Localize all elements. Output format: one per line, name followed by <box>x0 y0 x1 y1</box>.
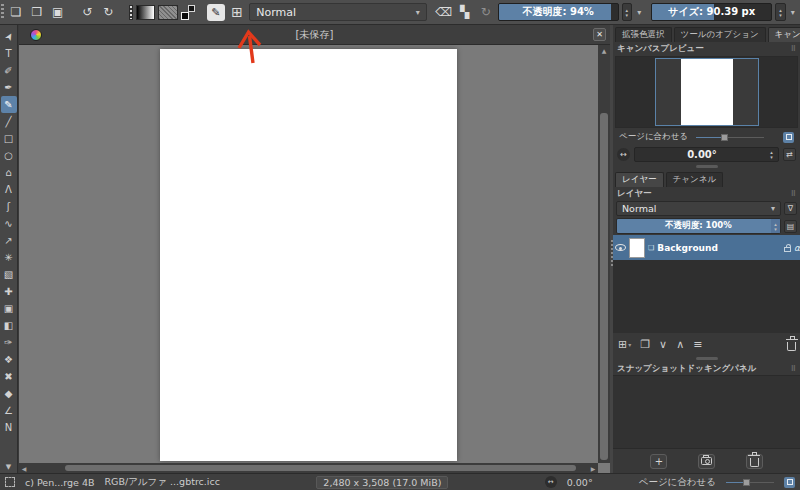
docker-menu-icon[interactable]: ⠿ <box>791 365 796 373</box>
zoom-icon[interactable] <box>784 477 795 488</box>
tool-smart-patch[interactable]: ❖ <box>1 351 17 368</box>
horizontal-scrollbar-thumb[interactable] <box>65 465 576 471</box>
docker-menu-icon[interactable]: ⠿ <box>791 45 796 53</box>
brush-presets-button[interactable]: ⊞ <box>228 2 246 22</box>
new-document-button[interactable]: ❏ <box>7 2 25 22</box>
spin-up-icon[interactable]: ▴ <box>774 222 777 226</box>
tab-tool-options[interactable]: ツールのオプション <box>674 27 766 42</box>
tool-crop[interactable]: ▣ <box>1 300 17 317</box>
docker-menu-icon[interactable]: ⠿ <box>791 190 796 198</box>
tab-layers[interactable]: レイヤー <box>615 172 664 187</box>
tab-channels[interactable]: チャンネル <box>666 172 724 187</box>
fit-page-button[interactable]: ページに合わせる <box>619 131 688 143</box>
layer-alpha-icon[interactable]: α <box>794 243 800 253</box>
tool-polygon[interactable]: ⌂ <box>1 164 17 181</box>
delete-snapshot-button[interactable] <box>746 454 763 469</box>
gradient-strip-icon[interactable] <box>129 5 133 20</box>
scroll-right-icon[interactable]: ▶ <box>588 465 598 472</box>
tool-edit-shapes[interactable]: ✐ <box>1 62 17 79</box>
eraser-toggle[interactable]: ⌫ <box>435 2 453 22</box>
layer-properties-icon[interactable]: ▤ <box>784 220 797 233</box>
layer-blend-mode-select[interactable]: Normal ▾ <box>616 201 781 216</box>
duplicate-layer-button[interactable]: ❐ <box>640 338 650 351</box>
tool-rectangle[interactable]: □ <box>1 130 17 147</box>
layer-lock-icon[interactable] <box>784 247 791 252</box>
tool-bezier-curve[interactable]: ʃ <box>1 198 17 215</box>
swap-colors-button[interactable] <box>181 5 195 20</box>
docker-resize-grip[interactable] <box>696 357 718 360</box>
take-snapshot-button[interactable] <box>698 454 715 469</box>
overview-zoom-slider[interactable] <box>696 133 764 142</box>
scroll-up-icon[interactable]: ▲ <box>598 47 610 54</box>
layer-thumbnail[interactable] <box>629 238 645 258</box>
mirror-canvas-icon[interactable]: ⇄ <box>783 148 796 161</box>
rotation-angle-spinbox[interactable]: 0.00° ▴ ▾ <box>634 147 779 162</box>
canvas-rotation-icon[interactable]: ↔ <box>617 148 630 161</box>
selection-indicator-icon[interactable] <box>5 477 15 487</box>
zoom-slider-handle[interactable] <box>743 479 750 486</box>
size-spinner[interactable]: ▴ ▾ <box>775 3 785 21</box>
tab-advanced-color-selector[interactable]: 拡張色選択 <box>615 27 672 42</box>
move-layer-down-button[interactable]: ∨ <box>659 338 667 351</box>
tool-polyline[interactable]: Λ <box>1 181 17 198</box>
tool-multibrush[interactable]: ✳ <box>1 249 17 266</box>
scroll-left-icon[interactable]: ◀ <box>19 465 29 472</box>
gradient-chooser-button[interactable] <box>136 5 156 20</box>
tool-measure[interactable]: ∠ <box>1 402 17 419</box>
close-icon[interactable]: ✕ <box>593 28 606 41</box>
layer-opacity-slider[interactable]: 不透明度: 100% ▴ ▾ <box>616 218 781 234</box>
size-options-caret[interactable]: ▾ <box>789 8 797 17</box>
opacity-options-caret[interactable]: ▾ <box>635 8 643 17</box>
spin-down-icon[interactable]: ▾ <box>770 155 773 159</box>
save-button[interactable]: ▣ <box>49 2 67 22</box>
toolbox-overflow-button[interactable]: ▼ <box>6 463 11 471</box>
pattern-chooser-button[interactable] <box>158 5 178 20</box>
horizontal-scrollbar[interactable]: ◀ ▶ <box>19 463 598 473</box>
brush-editor-button[interactable]: ✎ <box>207 4 226 21</box>
opacity-spinner[interactable]: ▴ ▾ <box>622 3 632 21</box>
spin-down-icon[interactable]: ▾ <box>774 227 777 231</box>
docker-resize-grip[interactable] <box>696 165 718 168</box>
tool-transform[interactable]: ▧ <box>1 266 17 283</box>
canvas-rotation-icon[interactable]: ↔ <box>545 476 557 488</box>
zoom-mode-dropdown[interactable]: ページに合わせる <box>639 476 716 489</box>
reload-preset-button[interactable]: ↻ <box>477 2 495 22</box>
canvas-preview-thumbnail[interactable] <box>655 58 759 126</box>
tool-ellipse[interactable]: ○ <box>1 147 17 164</box>
tool-colorize-mask[interactable]: ✖ <box>1 368 17 385</box>
tool-move[interactable]: ✚ <box>1 283 17 300</box>
spin-up-icon[interactable]: ▴ <box>770 150 773 154</box>
undo-button[interactable]: ↺ <box>78 2 96 22</box>
delete-layer-button[interactable] <box>787 342 796 351</box>
open-image-button[interactable]: ❒ <box>28 2 46 22</box>
tool-freehand-path[interactable]: ∿ <box>1 215 17 232</box>
vertical-scrollbar-thumb[interactable] <box>600 113 608 460</box>
tool-color-sampler[interactable]: ✑ <box>1 334 17 351</box>
tool-line[interactable]: ╱ <box>1 113 17 130</box>
tool-fill[interactable]: ◆ <box>1 385 17 402</box>
tool-dynamic-brush[interactable]: ↗ <box>1 232 17 249</box>
blend-mode-select[interactable]: Normal ▾ <box>249 3 427 21</box>
layer-properties-button[interactable]: ≡ <box>693 338 702 351</box>
canvas-page[interactable] <box>160 49 457 461</box>
layer-visibility-icon[interactable] <box>615 244 626 251</box>
tool-assistants[interactable]: Ν <box>1 419 17 436</box>
zoom-slider[interactable] <box>726 478 774 487</box>
tool-gradient[interactable]: ◧ <box>1 317 17 334</box>
size-slider[interactable]: サイズ: 90.39 px <box>651 3 772 21</box>
zoom-icon[interactable] <box>783 132 794 143</box>
tab-overview[interactable]: キャンバスプレビュー <box>768 27 800 42</box>
add-snapshot-button[interactable]: + <box>650 454 667 469</box>
tool-freehand-brush[interactable]: ✎ <box>1 96 17 113</box>
layer-row-background[interactable]: ❏ Background α <box>613 235 800 260</box>
move-layer-up-button[interactable]: ∧ <box>676 338 684 351</box>
opacity-slider[interactable]: 不透明度: 94% <box>498 3 619 21</box>
layer-filter-icon[interactable]: ∇ <box>784 202 797 215</box>
vertical-scrollbar[interactable]: ▲ <box>598 45 610 463</box>
redo-button[interactable]: ↻ <box>99 2 117 22</box>
add-layer-button[interactable]: ⊞ ▾ <box>618 338 631 351</box>
tool-text[interactable]: T <box>1 45 17 62</box>
tool-calligraphy[interactable]: ✒ <box>1 79 17 96</box>
overview-zoom-slider-handle[interactable] <box>721 134 728 141</box>
preserve-alpha-toggle[interactable]: ▚ <box>456 2 474 22</box>
